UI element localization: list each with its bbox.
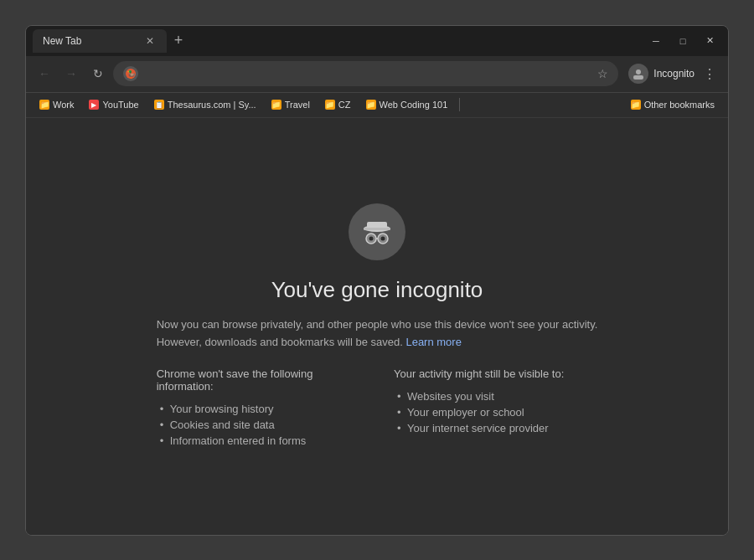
back-button[interactable]: ←: [33, 62, 56, 85]
folder-icon-travel: 📁: [271, 100, 281, 110]
might-visible-heading: Your activity might still be visible to:: [394, 367, 597, 380]
bookmark-other[interactable]: 📁 Other bookmarks: [624, 98, 721, 111]
svg-point-11: [369, 236, 373, 240]
list-item: Your employer or school: [394, 404, 597, 420]
refresh-icon: ↻: [93, 67, 103, 80]
bookmark-other-label: Other bookmarks: [644, 100, 715, 110]
bookmark-travel-label: Travel: [285, 100, 310, 110]
forward-icon: →: [65, 67, 77, 80]
list-item: Cookies and site data: [157, 417, 360, 433]
bookmark-youtube[interactable]: ▶ YouTube: [82, 98, 145, 111]
wont-save-column: Chrome won't save the following informat…: [157, 367, 360, 449]
close-button[interactable]: ✕: [698, 32, 721, 50]
incognito-label: Incognito: [653, 68, 695, 80]
youtube-icon: ▶: [89, 100, 99, 110]
tab-title: New Tab: [43, 35, 137, 47]
bookmarks-bar: 📁 Work ▶ YouTube 📋 Thesaurus.com | Sy...…: [26, 93, 728, 118]
list-item: Websites you visit: [394, 388, 597, 404]
incognito-page: You've gone incognito Now you can browse…: [140, 187, 615, 466]
address-bar[interactable]: 🦆 ☆: [113, 61, 618, 86]
description-line2: However, downloads and bookmarks will be…: [157, 336, 403, 348]
might-visible-list: Websites you visit Your employer or scho…: [394, 388, 597, 436]
svg-text:🦆: 🦆: [127, 69, 137, 80]
folder-icon-cz: 📁: [325, 100, 335, 110]
list-item: Information entered in forms: [157, 433, 360, 449]
svg-point-12: [380, 236, 385, 240]
bookmark-travel[interactable]: 📁 Travel: [265, 98, 317, 111]
bookmarks-separator: [459, 98, 460, 111]
bookmark-work-label: Work: [53, 100, 74, 110]
menu-button[interactable]: ⋮: [698, 62, 721, 85]
refresh-button[interactable]: ↻: [86, 62, 110, 85]
folder-icon-other: 📁: [631, 100, 641, 110]
back-icon: ←: [39, 67, 50, 80]
wont-save-list: Your browsing history Cookies and site d…: [157, 401, 360, 449]
svg-rect-7: [364, 228, 390, 230]
duck-icon: 🦆: [123, 66, 138, 81]
page-description: Now you can browse privately, and other …: [157, 316, 598, 352]
browser-window: New Tab ✕ + ─ □ ✕ ← → ↻ 🦆: [25, 25, 729, 536]
bookmark-star-icon[interactable]: ☆: [597, 67, 608, 80]
main-content: You've gone incognito Now you can browse…: [26, 118, 728, 535]
bookmark-webcoding-label: Web Coding 101: [380, 100, 448, 110]
incognito-hat-icon: [357, 212, 397, 252]
bookmark-work[interactable]: 📁 Work: [33, 98, 80, 111]
thesaurus-icon: 📋: [154, 100, 164, 110]
address-input[interactable]: [145, 68, 591, 80]
incognito-avatar-icon: [628, 64, 648, 84]
window-controls: ─ □ ✕: [644, 32, 721, 50]
list-item: Your internet service provider: [394, 420, 597, 436]
incognito-area: Incognito: [628, 64, 695, 84]
wont-save-heading: Chrome won't save the following informat…: [157, 367, 360, 393]
svg-rect-4: [633, 75, 643, 80]
maximize-button[interactable]: □: [671, 32, 695, 50]
vertical-dots-icon: ⋮: [703, 66, 716, 82]
folder-icon-webcoding: 📁: [366, 100, 376, 110]
new-tab-button[interactable]: +: [167, 29, 190, 53]
info-columns: Chrome won't save the following informat…: [157, 367, 598, 449]
title-bar: New Tab ✕ + ─ □ ✕: [26, 26, 728, 56]
list-item: Your browsing history: [157, 401, 360, 417]
bookmark-thesaurus-label: Thesaurus.com | Sy...: [168, 100, 256, 110]
folder-icon-work: 📁: [39, 100, 49, 110]
forward-button[interactable]: →: [59, 62, 83, 85]
svg-point-3: [636, 69, 641, 74]
bookmark-cz-label: CZ: [338, 100, 351, 110]
tab-close-button[interactable]: ✕: [143, 34, 157, 48]
active-tab[interactable]: New Tab ✕: [33, 29, 167, 53]
learn-more-link[interactable]: Learn more: [405, 336, 461, 348]
bookmark-youtube-label: YouTube: [102, 100, 138, 110]
bookmark-webcoding[interactable]: 📁 Web Coding 101: [359, 98, 455, 111]
incognito-avatar: [349, 203, 405, 260]
nav-bar: ← → ↻ 🦆 ☆: [26, 56, 728, 93]
minimize-button[interactable]: ─: [644, 32, 668, 50]
description-line1: Now you can browse privately, and other …: [157, 318, 598, 331]
might-visible-column: Your activity might still be visible to:…: [394, 367, 597, 449]
bookmark-cz[interactable]: 📁 CZ: [318, 98, 358, 111]
page-heading: You've gone incognito: [157, 277, 598, 303]
bookmark-thesaurus[interactable]: 📋 Thesaurus.com | Sy...: [147, 98, 263, 111]
